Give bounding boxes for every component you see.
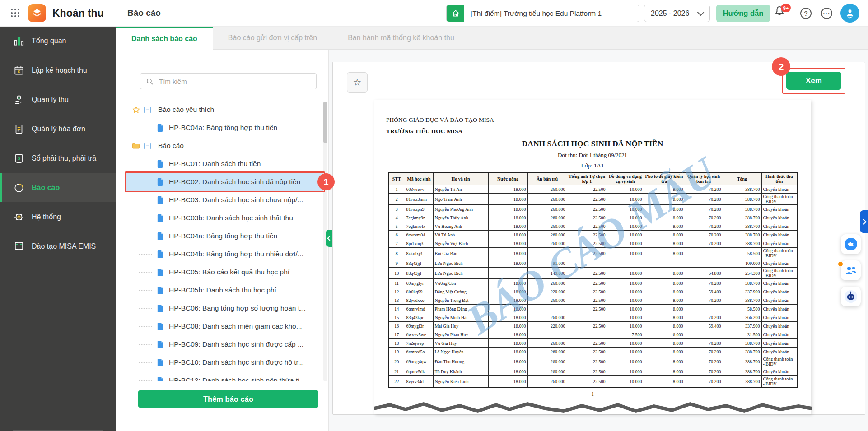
table-cell: 260.000	[527, 348, 567, 356]
table-cell: 388.700	[723, 279, 761, 287]
table-cell: 260.000	[527, 239, 567, 248]
sidebar-item-2[interactable]: $Quản lý thu	[0, 85, 116, 114]
community-people-button[interactable]	[841, 260, 861, 280]
sidebar-item-6[interactable]: Hệ thống	[0, 202, 116, 232]
table-cell: 22.500	[567, 205, 607, 213]
tree-group-label: Báo cáo	[158, 142, 184, 150]
sidebar-item-7[interactable]: Đào tạo MISA EMIS	[0, 232, 116, 261]
table-cell: 18.000	[488, 322, 527, 330]
tab-1[interactable]: Báo cáo gửi đơn vị cấp trên	[213, 26, 332, 50]
report-item[interactable]: HP-BC09: Danh sách học sinh được cấp ...	[126, 335, 324, 353]
table-cell: 10.000	[607, 322, 644, 330]
table-cell: Nguyễn Thùy Anh	[433, 213, 488, 222]
table-cell: 388.700	[723, 339, 761, 348]
chatbot-button[interactable]	[841, 287, 861, 306]
report-item[interactable]: HP-BC04a: Bảng tổng hợp thu tiền	[126, 119, 324, 137]
open-book-icon	[13, 240, 25, 252]
panel-collapse-handle[interactable]	[326, 230, 332, 247]
sidebar-item-3[interactable]: Quản lý hóa đơn	[0, 114, 116, 144]
report-item[interactable]: HP-BC03: Danh sách học sinh chưa nộp/...	[126, 191, 324, 209]
doc-title: DANH SÁCH HỌC SINH ĐÃ NỘP TIỀN	[374, 139, 811, 148]
table-cell: 5	[388, 222, 405, 231]
khoan-thu-logo-icon	[28, 4, 46, 22]
table-cell: 69myglyr	[405, 279, 433, 287]
report-item[interactable]: HP-BC05: Báo cáo kết quả thu học phí	[126, 263, 324, 281]
report-item[interactable]: HP-BC12: Danh sách học sinh nộp thừa ti.…	[126, 371, 324, 381]
table-cell: 14	[388, 305, 405, 313]
tab-2[interactable]: Ban hành mã thống kê khoản thu	[332, 26, 470, 50]
table-cell: 8lr0kq99	[405, 287, 433, 296]
scrollbar-thumb[interactable]	[323, 102, 327, 143]
table-cell: 10.000	[607, 376, 644, 388]
table-cell: 6wxyv5we	[405, 330, 433, 339]
favorite-star-button[interactable]: ☆	[347, 72, 368, 93]
guide-button[interactable]: Hướng dẫn	[716, 5, 770, 22]
add-report-button[interactable]: Thêm báo cáo	[138, 390, 318, 408]
search-input[interactable]	[158, 77, 316, 86]
file-icon	[157, 214, 163, 222]
table-cell: 6qmrv5dk	[405, 367, 433, 376]
support-megaphone-button[interactable]	[841, 234, 861, 254]
more-menu-icon[interactable]: ···	[821, 8, 832, 19]
notifications-button[interactable]: 9+	[773, 5, 789, 21]
report-item[interactable]: HP-BC04a: Bảng tổng hợp thu tiền	[126, 227, 324, 245]
file-icon	[157, 160, 163, 168]
table-cell: 15	[388, 313, 405, 322]
collapse-minus-icon[interactable]: −	[144, 143, 151, 149]
table-cell: Nguyễn Kiều Linh	[433, 376, 488, 388]
avatar[interactable]	[840, 4, 859, 23]
table-cell	[567, 330, 607, 339]
table-cell: 64.800	[685, 268, 723, 279]
sidebar-item-4[interactable]: $Sổ phải thu, phải trả	[0, 144, 116, 173]
report-item[interactable]: HP-BC02: Danh sách học sinh đã nộp tiền	[126, 173, 324, 191]
home-icon	[447, 5, 464, 22]
school-year-dropdown[interactable]: 2025 - 2026	[644, 5, 710, 22]
collapse-minus-icon[interactable]: −	[144, 107, 151, 113]
school-year-value: 2025 - 2026	[651, 9, 689, 18]
help-icon[interactable]: ?	[800, 8, 812, 19]
table-cell: 8.000	[644, 313, 685, 322]
table-cell: Chuyển khoản	[761, 185, 797, 194]
gear-icon	[13, 211, 25, 223]
report-item[interactable]: HP-BC10: Danh sách học sinh được hỗ tr..…	[126, 353, 324, 371]
table-cell: 22.500	[567, 185, 607, 194]
sidebar-item-0[interactable]: Tổng quan	[0, 26, 116, 56]
nav-bao-cao[interactable]: Báo cáo	[122, 0, 166, 26]
report-item[interactable]: HP-BC08: Danh sách miễn giảm các kho...	[126, 317, 324, 335]
table-cell: 260.000	[527, 367, 567, 376]
sidebar-item-5[interactable]: Báo cáo	[0, 173, 116, 202]
table-cell: 3	[388, 205, 405, 213]
side-panel-flap[interactable]	[860, 210, 868, 233]
table-cell: 8.000	[644, 185, 685, 194]
report-item-label: HP-BC04b: Bảng tổng hợp thu nhiều đợt/..…	[169, 250, 303, 258]
table-cell: 22.500	[567, 348, 607, 356]
school-selector[interactable]: [Thí điểm] Trường tiểu học Edu Platform …	[446, 5, 639, 22]
sidebar-item-1[interactable]: $Lập kế hoạch thu	[0, 56, 116, 85]
table-cell: 82jwdxxo	[405, 296, 433, 305]
sidebar-item-label: Sổ phải thu, phải trả	[32, 154, 96, 162]
table-cell: 260.000	[527, 205, 567, 213]
table-cell: Nguyễn Trí An	[433, 185, 488, 194]
view-button[interactable]: Xem	[786, 72, 841, 90]
file-icon	[157, 377, 163, 382]
table-cell	[527, 305, 567, 313]
table-cell: 18.000	[488, 213, 527, 222]
app-grid-icon[interactable]	[11, 9, 20, 18]
report-item[interactable]: HP-BC06: Bảng tổng hợp số lượng hoàn t..…	[126, 299, 324, 317]
tab-0[interactable]: Danh sách báo cáo	[116, 26, 213, 50]
table-cell: 7egkmy9z	[405, 213, 433, 222]
report-item[interactable]: HP-BC05b: Danh sách thu học phí	[126, 281, 324, 299]
table-cell: 70.200	[685, 231, 723, 239]
report-item[interactable]: HP-BC04b: Bảng tổng hợp thu nhiều đợt/..…	[126, 245, 324, 263]
tree-group-1[interactable]: −Báo cáo	[126, 137, 324, 155]
report-item[interactable]: HP-BC01: Danh sách thu tiền	[126, 155, 324, 173]
tree-group-0[interactable]: −Báo cáo yêu thích	[126, 101, 324, 119]
table-cell: Tô Duy Khánh	[433, 367, 488, 376]
table-cell: 7.500	[607, 330, 644, 339]
table-cell: 8.000	[644, 305, 685, 313]
report-item[interactable]: HP-BC03b: Danh sách học sinh thất thu	[126, 209, 324, 227]
report-item-label: HP-BC01: Danh sách thu tiền	[169, 160, 261, 168]
table-cell: 8.000	[644, 279, 685, 287]
table-cell: Chuyển khoản	[761, 296, 797, 305]
table-cell: Nguyễn Phan Huy	[433, 330, 488, 339]
